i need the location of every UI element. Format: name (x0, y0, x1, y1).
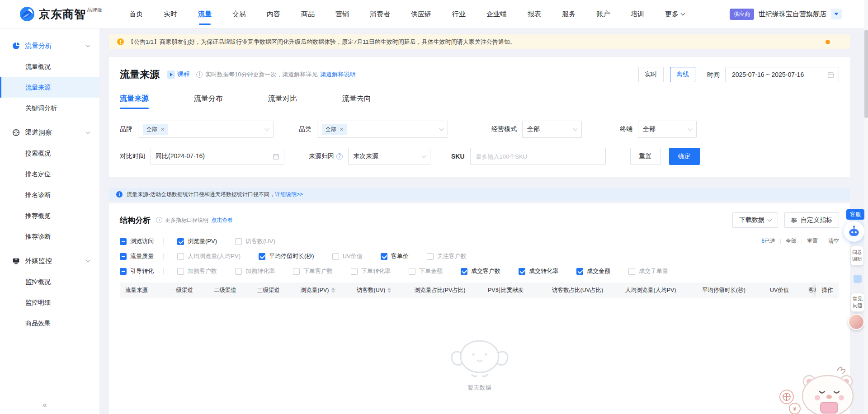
brand-logo[interactable]: 京东商智 品牌版 (19, 6, 102, 22)
checkbox-unchecked[interactable] (235, 238, 242, 245)
nav-item-more[interactable]: 更多 (665, 0, 684, 28)
sku-input[interactable] (470, 148, 606, 165)
checkbox-checked[interactable] (576, 268, 583, 275)
category-select[interactable]: 全部 ✕ (317, 121, 448, 138)
checkbox-checked[interactable] (519, 268, 525, 275)
metric-deal-amount[interactable]: 成交金额 (576, 267, 610, 275)
nav-item-traffic[interactable]: 流量 (198, 0, 212, 28)
nav-item-account[interactable]: 账户 (596, 0, 610, 28)
nav-item-report[interactable]: 报表 (528, 0, 541, 28)
faq-tab[interactable]: 常见问题 (851, 293, 864, 312)
course-link[interactable]: 课程 (167, 71, 190, 79)
metric-group-conversion[interactable]: 引导转化 (120, 267, 163, 275)
metric-avg-pv[interactable]: 人均浏览量(人均PV) (177, 252, 241, 260)
nav-item-enterprise[interactable]: 企业端 (486, 0, 507, 28)
store-name[interactable]: 世纪缘珠宝自营旗舰店 (759, 10, 826, 19)
channel-explain-link[interactable]: 渠道解释说明 (320, 71, 355, 79)
sidebar-item-recommend-diagnosis[interactable]: 推荐诊断 (0, 226, 99, 247)
advisor-avatar[interactable] (848, 314, 864, 330)
metric-cart-rate[interactable]: 加购转化率 (235, 267, 275, 275)
nav-item-training[interactable]: 培训 (631, 0, 644, 28)
nav-item-service[interactable]: 服务 (562, 0, 576, 28)
tab-traffic-compare[interactable]: 流量对比 (268, 94, 297, 109)
survey-tab[interactable]: 问卷调研 (851, 246, 863, 265)
mascot-sticker[interactable]: ¥ (774, 363, 860, 414)
checkbox-checked[interactable] (381, 253, 387, 260)
metric-uv-value[interactable]: UV价值 (332, 252, 363, 260)
checkbox-checked[interactable] (259, 253, 265, 260)
column-header-sortable[interactable]: 访客数(UV) (351, 287, 409, 294)
terminal-select[interactable]: 全部 (638, 121, 697, 138)
checkbox-unchecked[interactable] (332, 253, 339, 260)
metric-deal-rate[interactable]: 成交转化率 (519, 267, 558, 275)
nav-item-consumer[interactable]: 消费者 (370, 0, 390, 28)
reset-selection-link[interactable]: 重置 (807, 237, 818, 245)
metric-group-browse[interactable]: 浏览访问 (120, 237, 163, 245)
sidebar-group-header-channel-insight[interactable]: 渠道洞察 (0, 122, 99, 143)
sidebar-item-rank-diagnosis[interactable]: 排名诊断 (0, 184, 99, 205)
nav-item-marketing[interactable]: 营销 (335, 0, 349, 28)
checkbox-unchecked[interactable] (427, 253, 434, 260)
metric-order-amount[interactable]: 下单金额 (409, 267, 443, 275)
attribution-select[interactable]: 末次来源 (348, 148, 430, 165)
customer-service-tab[interactable]: 客服 (846, 209, 864, 220)
sidebar-item-search-overview[interactable]: 搜索概况 (0, 143, 99, 164)
detail-link[interactable]: 详细说明>> (275, 191, 303, 198)
checkbox-unchecked[interactable] (177, 253, 184, 260)
scrollbar-thumb[interactable] (864, 30, 868, 118)
sidebar-item-traffic-source[interactable]: 流量来源 (0, 77, 99, 98)
checkbox-unchecked[interactable] (351, 268, 358, 275)
store-switcher-button[interactable] (831, 9, 842, 19)
metric-order-rate[interactable]: 下单转化率 (351, 267, 391, 275)
metric-follow-count[interactable]: 关注客户数 (427, 252, 467, 260)
reset-button[interactable]: 重置 (630, 148, 661, 165)
custom-metrics-button[interactable]: 自定义指标 (784, 212, 839, 228)
brand-select[interactable]: 全部 ✕ (138, 121, 274, 138)
announcement-horn-icon[interactable] (826, 40, 830, 44)
remove-tag-icon[interactable]: ✕ (160, 127, 165, 132)
sidebar-item-monitor-overview[interactable]: 监控概况 (0, 271, 99, 292)
checkbox-indeterminate[interactable] (120, 268, 127, 275)
sidebar-item-recommend-overview[interactable]: 推荐概览 (0, 205, 99, 226)
sidebar-item-keyword-analysis[interactable]: 关键词分析 (0, 98, 99, 118)
select-all-link[interactable]: 全部 (786, 237, 797, 245)
mode-offline-button[interactable]: 离线 (670, 67, 695, 82)
column-header-sortable[interactable]: 浏览量(PV) (295, 287, 351, 294)
help-icon[interactable]: ? (336, 153, 343, 160)
checkbox-indeterminate[interactable] (120, 253, 127, 260)
mini-widget-icon[interactable] (854, 275, 862, 283)
clear-selection-link[interactable]: 清空 (828, 237, 839, 245)
sidebar-item-monitor-detail[interactable]: 监控明细 (0, 292, 99, 313)
nav-item-supply-chain[interactable]: 供应链 (411, 0, 431, 28)
checkbox-checked[interactable] (177, 238, 184, 245)
sidebar-group-header-external-media[interactable]: 外媒监控 (0, 250, 99, 271)
metric-cart-users[interactable]: 加购客户数 (177, 267, 217, 275)
nav-item-home[interactable]: 首页 (129, 0, 143, 28)
tab-traffic-destination[interactable]: 流量去向 (342, 94, 371, 109)
nav-item-industry[interactable]: 行业 (452, 0, 466, 28)
metric-group-quality[interactable]: 流量质量 (120, 252, 163, 260)
checkbox-unchecked[interactable] (628, 268, 635, 275)
confirm-button[interactable]: 确定 (669, 148, 700, 165)
tab-traffic-distribution[interactable]: 流量分布 (194, 94, 223, 109)
sidebar-group-header-traffic-analysis[interactable]: 流量分析 (0, 35, 99, 56)
sidebar-item-traffic-overview[interactable]: 流量概况 (0, 56, 99, 77)
checkbox-unchecked[interactable] (409, 268, 415, 275)
hint-link[interactable]: 点击查看 (211, 216, 233, 224)
metric-avg-order[interactable]: 客单价 (381, 252, 409, 260)
business-mode-select[interactable]: 全部 (522, 121, 582, 138)
compare-time-picker[interactable]: 同比(2024-07-16) (151, 148, 284, 165)
nav-item-realtime[interactable]: 实时 (164, 0, 177, 28)
nav-item-product[interactable]: 商品 (301, 0, 315, 28)
date-range-picker[interactable]: 2025-07-16 ~ 2025-07-16 (725, 67, 839, 82)
sidebar-collapse-icon[interactable]: « (42, 400, 47, 409)
sidebar-item-product-effect[interactable]: 商品效果 (0, 313, 99, 334)
tab-traffic-source[interactable]: 流量来源 (120, 94, 149, 109)
checkbox-unchecked[interactable] (293, 268, 300, 275)
nav-item-trade[interactable]: 交易 (232, 0, 246, 28)
nav-item-content[interactable]: 内容 (267, 0, 280, 28)
checkbox-checked[interactable] (461, 268, 467, 275)
metric-order-users[interactable]: 下单客户数 (293, 267, 333, 275)
metric-deal-suborders[interactable]: 成交子单量 (628, 267, 668, 275)
metric-uv[interactable]: 访客数(UV) (235, 237, 275, 245)
